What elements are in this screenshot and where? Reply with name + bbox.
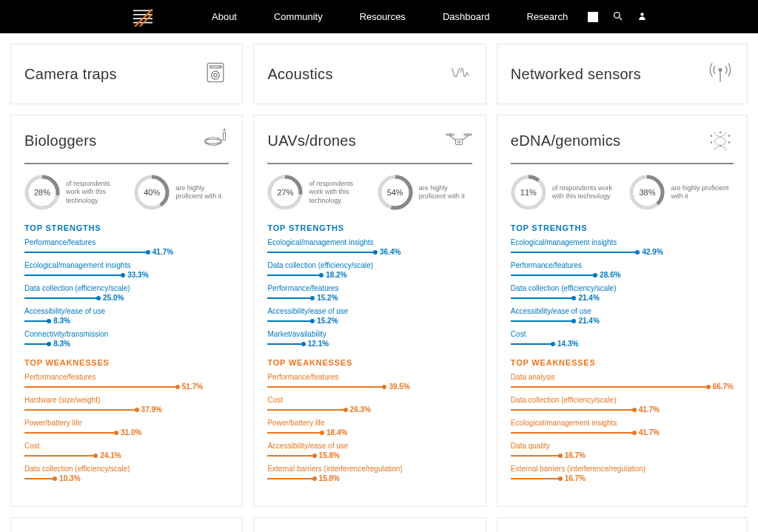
metric-bar: Accessibility/ease of use 15.2% xyxy=(267,307,472,325)
svg-point-11 xyxy=(212,71,220,79)
metric-label: Ecological/management insights xyxy=(511,419,734,427)
metric-label: Ecological/management insights xyxy=(267,238,472,246)
svg-rect-19 xyxy=(224,132,226,141)
work-with-donut: 27% of respondents work with this techno… xyxy=(267,175,362,210)
svg-point-18 xyxy=(205,139,222,144)
metric-value: 25.0% xyxy=(103,294,124,302)
svg-line-8 xyxy=(619,17,622,20)
metric-label: Power/battery life xyxy=(24,419,229,427)
weaknesses-heading: TOP WEAKNESSES xyxy=(511,358,734,367)
collar-icon xyxy=(202,126,229,155)
metric-bar: Ecological/management insights 42.9% xyxy=(511,238,734,256)
metric-value: 18.4% xyxy=(326,428,347,437)
metric-value: 31.0% xyxy=(121,428,141,437)
metric-label: Connectivity/transmission xyxy=(24,330,229,338)
svg-point-14 xyxy=(221,66,222,67)
metric-label: Accessibility/ease of use xyxy=(24,307,229,315)
user-icon[interactable] xyxy=(637,11,647,23)
nav-research[interactable]: Research xyxy=(526,11,568,22)
strengths-list: Performance/features 41.7% Ecological/ma… xyxy=(24,238,229,348)
metric-label: Performance/features xyxy=(267,373,472,381)
svg-line-29 xyxy=(462,136,468,141)
antenna-icon xyxy=(707,59,734,89)
weaknesses-heading: TOP WEAKNESSES xyxy=(24,358,229,367)
metric-bar: Performance/features 15.2% xyxy=(267,284,472,302)
metric-label: Cost xyxy=(511,330,734,338)
metric-label: Accessibility/ease of use xyxy=(267,442,472,450)
metric-value: 14.3% xyxy=(557,340,578,348)
tech-grid: Camera traps Acoustics Networked sensors… xyxy=(0,33,758,532)
metric-value: 21.4% xyxy=(578,294,599,302)
nav-community[interactable]: Community xyxy=(274,11,323,22)
nav-resources[interactable]: Resources xyxy=(360,11,406,22)
metric-value: 37.9% xyxy=(141,405,162,414)
strengths-heading: TOP STRENGTHS xyxy=(24,223,229,232)
search-icon[interactable] xyxy=(613,11,623,23)
metric-value: 16.7% xyxy=(565,474,586,482)
metric-bar: External barriers (interference/regulati… xyxy=(511,465,734,482)
metric-bar: Performance/features 51.7% xyxy=(24,373,229,391)
weaknesses-list: Data analysis 66.7% Data collection (eff… xyxy=(511,373,734,482)
svg-point-15 xyxy=(719,69,722,72)
metric-label: Power/battery life xyxy=(267,419,472,427)
metric-value: 36.4% xyxy=(380,248,400,256)
metric-label: Data collection (efficiency/scale) xyxy=(267,261,472,269)
metric-value: 24.1% xyxy=(100,451,121,459)
card-ml-cv[interactable]: ML/computer vision xyxy=(253,517,486,532)
metric-value: 66.7% xyxy=(713,383,734,391)
metric-value: 41.7% xyxy=(152,248,173,256)
metric-value: 8.3% xyxy=(53,317,70,325)
metric-bar: Ecological/management insights 33.3% xyxy=(24,261,229,279)
card-title: Networked sensors xyxy=(511,66,641,83)
donut-label: are highly proficient with it xyxy=(419,184,472,201)
metric-bar: Hardware (size/weight) 37.9% xyxy=(24,396,229,414)
metric-label: Ecological/management insights xyxy=(24,261,229,269)
metric-bar: Power/battery life 18.4% xyxy=(267,419,472,437)
card-title: Biologgers xyxy=(24,132,97,149)
metric-label: Accessibility/ease of use xyxy=(267,307,472,315)
metric-label: Cost xyxy=(267,396,472,404)
strengths-list: Ecological/management insights 42.9% Per… xyxy=(511,238,734,348)
metric-bar: Data collection (efficiency/scale) 25.0% xyxy=(24,284,229,302)
card-acoustics[interactable]: Acoustics xyxy=(253,44,486,104)
card-mobile-apps[interactable]: Mobile apps xyxy=(10,517,243,532)
metric-label: Data collection (efficiency/scale) xyxy=(511,284,734,292)
card-title: Camera traps xyxy=(24,66,117,83)
metric-bar: Performance/features 41.7% xyxy=(24,238,229,256)
metric-bar: Connectivity/transmission 8.3% xyxy=(24,330,229,348)
nav-about[interactable]: About xyxy=(212,11,237,22)
metric-value: 10.3% xyxy=(59,474,80,482)
svg-point-40 xyxy=(711,142,712,144)
work-with-donut: 11% of respondents work with this techno… xyxy=(511,175,615,210)
metric-value: 41.7% xyxy=(639,428,660,437)
svg-point-21 xyxy=(224,129,226,131)
metric-label: Cost xyxy=(24,442,229,450)
card-title: UAVs/drones xyxy=(267,132,356,149)
work-with-donut: 28% of respondents work with this techno… xyxy=(24,175,119,210)
metric-value: 51.7% xyxy=(182,383,203,391)
metric-bar: Data quality 16.7% xyxy=(511,442,734,459)
metric-label: Accessibility/ease of use xyxy=(511,307,734,315)
svg-point-17 xyxy=(205,138,222,146)
metric-bar: Accessibility/ease of use 21.4% xyxy=(511,307,734,325)
card-camera-traps[interactable]: Camera traps xyxy=(10,44,243,104)
metric-bar: Accessibility/ease of use 8.3% xyxy=(24,307,229,325)
donut-label: of respondents work with this technology xyxy=(66,180,119,205)
svg-point-43 xyxy=(720,145,721,147)
site-logo[interactable] xyxy=(133,7,152,27)
card-data-mgmt[interactable]: Data mgmt tools xyxy=(497,517,748,532)
card-edna-genomics: eDNA/genomics 11% of respondents work wi… xyxy=(497,115,748,507)
metric-label: External barriers (interference/regulati… xyxy=(511,465,734,473)
acoustic-icon xyxy=(446,59,472,89)
share-icon[interactable]: ↗ xyxy=(588,12,598,22)
metric-value: 42.9% xyxy=(642,248,663,256)
weaknesses-heading: TOP WEAKNESSES xyxy=(267,358,472,367)
metric-bar: Data analysis 66.7% xyxy=(511,373,734,391)
nav-icons: ↗ xyxy=(588,11,647,23)
metric-label: Ecological/management insights xyxy=(511,238,734,246)
strengths-heading: TOP STRENGTHS xyxy=(511,223,734,232)
metric-value: 16.7% xyxy=(565,451,586,459)
dna-icon xyxy=(707,126,734,155)
nav-dashboard[interactable]: Dashboard xyxy=(443,11,490,22)
card-networked-sensors[interactable]: Networked sensors xyxy=(497,44,748,104)
